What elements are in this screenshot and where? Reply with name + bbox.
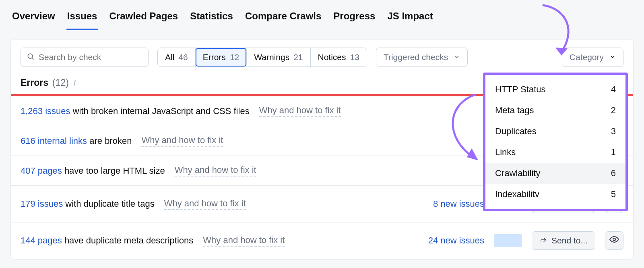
category-option-count: 1 [611,147,616,158]
issue-text: have too large HTML size [62,166,165,176]
seg-all[interactable]: All 46 [158,48,196,66]
issue-text: with broken internal JavaScript and CSS … [70,106,250,116]
why-fix-link[interactable]: Why and how to fix it [141,135,223,147]
seg-all-label: All [165,52,174,62]
issue-count-link[interactable]: 407 pages [21,166,62,176]
seg-all-count: 46 [178,52,188,62]
issue-count-link[interactable]: 1,263 issues [21,106,70,116]
category-option-indexability[interactable]: Indexabilitv 5 [485,184,625,205]
issue-text: are broken [87,136,132,146]
category-label: Category [570,52,604,62]
view-button[interactable] [605,231,623,250]
category-option-count: 5 [611,189,616,199]
send-to-label: Send to... [551,236,588,245]
issue-text: with duplicate title tags [63,199,154,209]
svg-point-0 [28,54,33,58]
issue-row: 144 pages have duplicate meta descriptio… [11,222,633,259]
new-issues-link[interactable]: 8 new issues [433,199,484,209]
severity-segment: All 46 Errors 12 Warnings 21 Notices 13 [157,48,367,67]
why-fix-link[interactable]: Why and how to fix it [259,105,341,117]
why-fix-link[interactable]: Why and how to fix it [164,198,246,210]
issue-description: 407 pages have too large HTML size [21,166,165,176]
search-box[interactable] [21,48,149,67]
new-issues-link[interactable]: 24 new issues [428,235,484,246]
seg-notices[interactable]: Notices 13 [311,48,367,66]
search-icon [27,52,35,62]
section-title: Errors [21,77,48,88]
chevron-down-icon [454,52,460,62]
issue-description: 1,263 issues with broken internal JavaSc… [21,106,250,116]
seg-warnings-label: Warnings [254,52,289,62]
svg-line-1 [32,58,34,60]
seg-errors-count: 12 [230,52,239,62]
triggered-checks-label: Triggered checks [384,52,448,62]
category-option-http-status[interactable]: HTTP Status 4 [485,79,625,100]
seg-notices-count: 13 [350,52,359,62]
seg-errors-label: Errors [203,52,226,62]
category-option-label: Duplicates [495,126,537,137]
issue-description: 144 pages have duplicate meta descriptio… [21,235,193,246]
tab-progress[interactable]: Progress [332,7,376,30]
issue-text: have duplicate meta descriptions [62,235,194,245]
why-fix-link[interactable]: Why and how to fix it [203,235,285,247]
tab-js-impact[interactable]: JS Impact [386,7,433,30]
svg-point-3 [613,238,615,241]
seg-warnings-count: 21 [293,52,303,62]
issue-count-link[interactable]: 616 internal links [21,136,87,146]
section-count: (12) [52,77,69,88]
category-dropdown[interactable]: Category [562,48,623,67]
category-option-label: Crawlability [495,168,540,179]
category-option-count: 6 [611,168,616,179]
search-input[interactable] [39,52,142,62]
category-option-label: Meta tags [495,105,534,116]
top-nav: Overview Issues Crawled Pages Statistics… [0,0,644,30]
category-option-label: Indexabilitv [495,189,539,199]
issue-description: 179 issues with duplicate title tags [21,199,155,209]
filter-bar: All 46 Errors 12 Warnings 21 Notices 13 … [11,39,633,74]
seg-errors[interactable]: Errors 12 [196,48,247,66]
seg-warnings[interactable]: Warnings 21 [247,48,310,66]
issue-count-link[interactable]: 179 issues [21,199,63,209]
share-arrow-icon [539,236,547,246]
issue-description: 616 internal links are broken [21,136,132,146]
tab-overview[interactable]: Overview [11,7,56,30]
info-icon[interactable]: i [74,78,76,87]
category-option-count: 3 [611,126,616,137]
seg-notices-label: Notices [318,52,346,62]
category-option-label: HTTP Status [495,84,546,95]
tab-compare-crawls[interactable]: Compare Crawls [244,7,322,30]
chevron-down-icon [609,52,616,62]
category-option-crawlability[interactable]: Crawlability 6 [485,163,625,184]
trend-chip [494,234,522,247]
why-fix-link[interactable]: Why and how to fix it [175,165,256,177]
tab-crawled-pages[interactable]: Crawled Pages [108,7,179,30]
tab-issues[interactable]: Issues [66,7,98,30]
issue-count-link[interactable]: 144 pages [21,235,62,245]
category-option-links[interactable]: Links 1 [485,142,625,163]
category-option-label: Links [495,147,516,158]
category-option-count: 4 [611,84,616,95]
send-to-button[interactable]: Send to... [532,231,595,250]
tab-statistics[interactable]: Statistics [189,7,234,30]
eye-icon [609,235,619,247]
category-option-meta-tags[interactable]: Meta tags 2 [485,100,625,121]
triggered-checks-dropdown[interactable]: Triggered checks [376,48,468,67]
category-dropdown-panel: HTTP Status 4 Meta tags 2 Duplicates 3 L… [483,73,628,211]
category-option-count: 2 [611,105,616,116]
category-option-duplicates[interactable]: Duplicates 3 [485,121,625,142]
